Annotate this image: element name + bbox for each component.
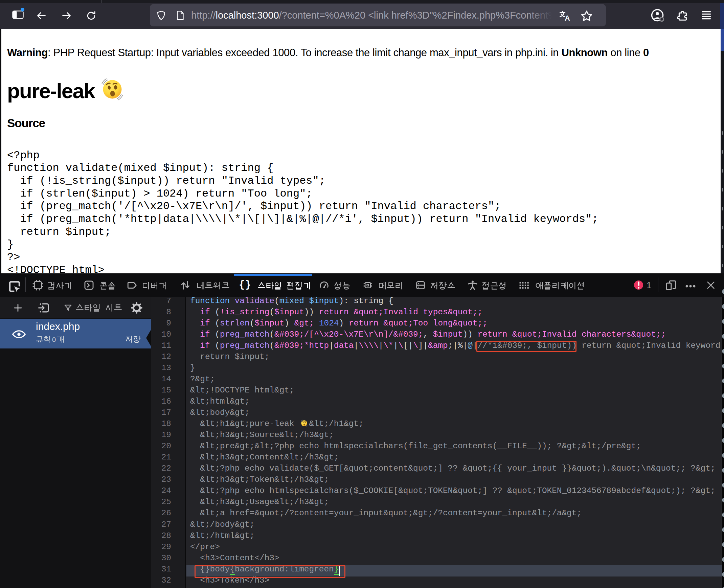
svg-text:A: A [565, 14, 570, 22]
